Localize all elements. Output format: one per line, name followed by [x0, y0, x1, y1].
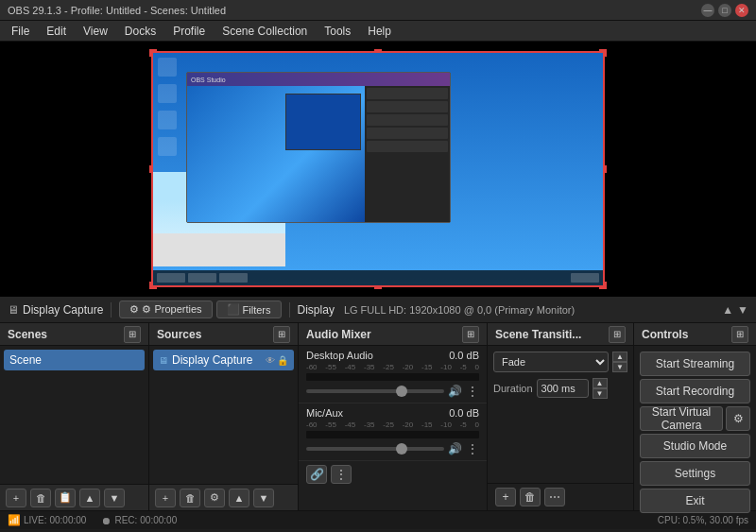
menu-docks[interactable]: Docks: [117, 23, 163, 40]
live-status: 📶 LIVE: 00:00:00: [8, 514, 86, 526]
start-recording-button[interactable]: Start Recording: [640, 379, 750, 403]
panels-area: Scenes ⊞ Scene + 🗑 📋 ▲ ▼ Sources ⊞ 🖥 Dis…: [0, 323, 756, 510]
sources-panel-icon[interactable]: ⊞: [273, 326, 290, 343]
source-bar-up-arrow[interactable]: ▲: [722, 303, 733, 317]
sources-list: 🖥 Display Capture 👁 🔒: [149, 346, 298, 484]
mic-aux-track: Mic/Aux 0.0 dB -60-55-45 -35-25-20 -15-1…: [299, 403, 487, 461]
filters-button[interactable]: ⬛ Filters: [216, 300, 282, 318]
source-visibility-button[interactable]: 👁: [266, 355, 275, 366]
rec-label: REC:: [114, 515, 137, 525]
obs-nested-panels: [365, 86, 450, 222]
exit-button[interactable]: Exit: [640, 489, 750, 513]
sources-settings-button[interactable]: ⚙: [204, 489, 225, 507]
menu-tools[interactable]: Tools: [317, 23, 358, 40]
obs-nested-main: [187, 86, 365, 222]
source-item-actions: 👁 🔒: [266, 355, 288, 366]
desktop-audio-menu-button[interactable]: ⋮: [466, 384, 479, 399]
sources-delete-button[interactable]: 🗑: [180, 489, 200, 507]
transitions-up-arrow[interactable]: ▲: [612, 352, 627, 362]
transitions-more-button[interactable]: ⋯: [544, 488, 565, 506]
live-time: 00:00:00: [49, 515, 86, 525]
window-title: OBS 29.1.3 - Profile: Untitled - Scenes:…: [8, 5, 226, 16]
transitions-type-select[interactable]: Fade: [493, 352, 609, 372]
menu-view[interactable]: View: [76, 23, 115, 40]
source-bar-down-arrow[interactable]: ▼: [737, 303, 748, 317]
mic-aux-fader-thumb[interactable]: [396, 443, 407, 455]
audio-chain-button[interactable]: 🔗: [306, 465, 327, 484]
minimize-button[interactable]: —: [701, 4, 714, 17]
transitions-content: Fade ▲ ▼ Duration ▲ ▼: [488, 346, 633, 483]
transitions-arrow-buttons: ▲ ▼: [612, 352, 627, 372]
desktop-audio-db: 0.0 dB: [449, 350, 479, 361]
transitions-duration-down-arrow[interactable]: ▼: [593, 388, 608, 399]
close-button[interactable]: ✕: [735, 4, 748, 17]
transitions-duration-input[interactable]: [537, 379, 589, 398]
audio-bottom-buttons: 🔗 ⋮: [299, 461, 487, 488]
panel-row: [367, 88, 448, 99]
desktop-icon: [158, 58, 177, 77]
controls-panel: Controls ⊞ Start Streaming Start Recordi…: [634, 323, 756, 510]
audio-mixer-panel: Audio Mixer ⊞ Desktop Audio 0.0 dB -60-5…: [299, 323, 488, 510]
source-item[interactable]: 🖥 Display Capture 👁 🔒: [153, 350, 294, 370]
desktop-audio-meter-labels: -60-55-45 -35-25-20 -15-10-5 0: [306, 363, 479, 371]
desktop-audio-name: Desktop Audio: [306, 350, 373, 361]
maximize-button[interactable]: □: [718, 4, 731, 17]
taskbar-item: [219, 273, 248, 283]
virtual-camera-settings-button[interactable]: ⚙: [726, 406, 750, 431]
desktop-audio-fader-thumb[interactable]: [396, 386, 407, 397]
desktop-audio-header: Desktop Audio 0.0 dB: [306, 350, 479, 361]
sources-add-button[interactable]: +: [155, 489, 176, 507]
sources-down-button[interactable]: ▼: [253, 489, 274, 507]
live-icon: 📶: [8, 514, 21, 526]
transitions-duration-up-arrow[interactable]: ▲: [593, 378, 608, 388]
transitions-duration-label: Duration: [493, 383, 533, 394]
panel-row: [367, 141, 448, 152]
studio-mode-button[interactable]: Studio Mode: [640, 434, 750, 458]
desktop-icon: [158, 111, 177, 129]
scenes-add-button[interactable]: +: [6, 489, 26, 507]
scenes-duplicate-button[interactable]: 📋: [55, 489, 76, 507]
source-item-name: Display Capture: [172, 353, 262, 367]
mic-aux-menu-button[interactable]: ⋮: [466, 441, 479, 456]
menu-scene-collection[interactable]: Scene Collection: [215, 23, 315, 40]
virtual-camera-row: Start Virtual Camera ⚙: [640, 406, 750, 431]
scene-item[interactable]: Scene: [4, 350, 145, 370]
transitions-down-arrow[interactable]: ▼: [612, 362, 627, 372]
scenes-panel-header: Scenes ⊞: [0, 323, 148, 346]
start-virtual-camera-button[interactable]: Start Virtual Camera: [640, 406, 723, 431]
desktop-audio-speaker-icon[interactable]: 🔊: [448, 385, 462, 398]
transitions-panel: Scene Transiti... ⊞ Fade ▲ ▼ Duration ▲ …: [488, 323, 634, 510]
mic-aux-fader[interactable]: [306, 447, 444, 451]
menu-profile[interactable]: Profile: [165, 23, 213, 40]
settings-button[interactable]: Settings: [640, 461, 750, 486]
audio-mixer-icon[interactable]: ⊞: [462, 326, 479, 343]
sources-panel-header: Sources ⊞: [149, 323, 298, 346]
desktop-audio-fader[interactable]: [306, 389, 444, 393]
properties-button[interactable]: ⚙ ⚙ Properties: [119, 300, 212, 318]
menu-file[interactable]: File: [4, 23, 37, 40]
panel-row: [367, 128, 448, 139]
rec-time: 00:00:00: [140, 515, 177, 525]
panel-row: [367, 101, 448, 112]
source-lock-button[interactable]: 🔒: [277, 355, 288, 366]
scenes-delete-button[interactable]: 🗑: [30, 489, 51, 507]
audio-mixer-title: Audio Mixer: [306, 328, 371, 341]
transitions-panel-icon[interactable]: ⊞: [609, 326, 626, 343]
sources-up-button[interactable]: ▲: [229, 489, 249, 507]
transitions-delete-button[interactable]: 🗑: [520, 488, 541, 506]
controls-content: Start Streaming Start Recording Start Vi…: [634, 346, 756, 519]
scenes-up-button[interactable]: ▲: [79, 489, 100, 507]
filter-icon: ⬛: [227, 303, 240, 316]
audio-menu-extra-button[interactable]: ⋮: [331, 465, 352, 484]
start-streaming-button[interactable]: Start Streaming: [640, 352, 750, 376]
transitions-panel-title: Scene Transiti...: [495, 328, 581, 341]
transitions-add-button[interactable]: +: [495, 488, 516, 506]
controls-panel-icon[interactable]: ⊞: [731, 326, 748, 343]
mic-aux-speaker-icon[interactable]: 🔊: [448, 442, 462, 455]
menu-help[interactable]: Help: [360, 23, 399, 40]
mic-aux-header: Mic/Aux 0.0 dB: [306, 407, 479, 419]
transitions-type-row: Fade ▲ ▼: [493, 352, 627, 372]
scenes-down-button[interactable]: ▼: [104, 489, 125, 507]
menu-edit[interactable]: Edit: [39, 23, 74, 40]
scenes-panel-icon[interactable]: ⊞: [124, 326, 141, 343]
